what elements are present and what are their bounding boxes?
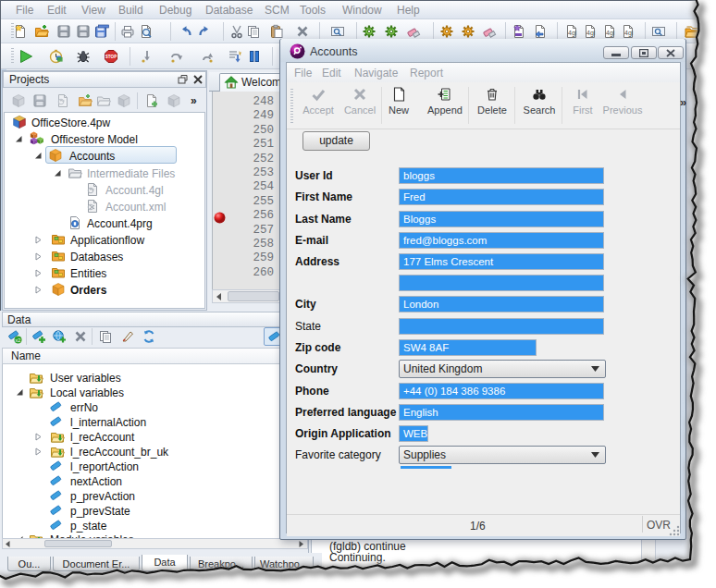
svg-text:STOP: STOP — [105, 55, 117, 59]
svg-text:x2: x2 — [16, 337, 21, 343]
svg-text:4gl: 4gl — [606, 30, 615, 37]
svg-text:4gl: 4gl — [586, 30, 596, 37]
svg-text:4gl: 4gl — [568, 30, 577, 37]
svg-text:4gl: 4gl — [624, 30, 634, 37]
